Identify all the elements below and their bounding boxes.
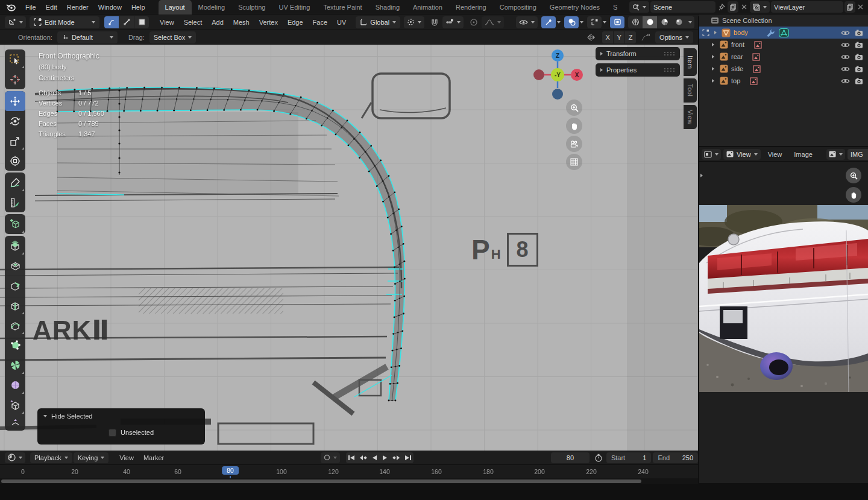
pan-view-button[interactable] [566, 118, 582, 134]
show-gizmo-toggle[interactable] [541, 16, 556, 28]
shading-material-button[interactable] [657, 16, 671, 28]
viewlayer-name-field[interactable]: ViewLayer [771, 1, 843, 13]
menu-file[interactable]: File [20, 4, 41, 11]
disable-render-camera-icon[interactable] [855, 30, 863, 36]
shading-wireframe-button[interactable] [628, 16, 643, 28]
expand-icon[interactable] [712, 79, 714, 83]
outliner-row-top[interactable]: top [699, 75, 868, 87]
image-editor-type-button[interactable] [702, 149, 721, 160]
show-overlays-toggle[interactable] [564, 16, 579, 28]
tool-shrink-fatten[interactable] [5, 415, 25, 431]
tool-cursor[interactable] [5, 69, 25, 89]
menu-mesh[interactable]: Mesh [228, 19, 254, 26]
menu-vertex[interactable]: Vertex [254, 19, 283, 26]
workspace-tab-scripting[interactable]: S [606, 0, 624, 14]
tool-annotate[interactable] [5, 172, 25, 192]
image-name-field[interactable]: IMG [848, 149, 868, 160]
timeline-menu-view[interactable]: View [115, 454, 139, 461]
end-frame-field[interactable]: End 250 [653, 452, 698, 463]
new-scene-button[interactable] [728, 1, 738, 13]
menu-add[interactable]: Add [207, 19, 228, 26]
camera-view-button[interactable] [566, 136, 582, 152]
shading-dropdown[interactable] [686, 21, 694, 24]
perspective-toggle-button[interactable] [566, 154, 582, 170]
mesh-edit-overlays-button[interactable] [587, 16, 602, 28]
image-zoom-button[interactable] [846, 168, 861, 183]
image-pan-button[interactable] [846, 187, 861, 203]
jump-to-end-button[interactable] [402, 452, 414, 463]
menu-select[interactable]: Select [179, 19, 207, 26]
sidebar-tab-item[interactable]: Item [684, 48, 697, 76]
workspace-tab-shading[interactable]: Shading [369, 0, 406, 14]
browse-image-dropdown[interactable] [826, 149, 845, 160]
hide-viewport-eye-icon[interactable] [841, 42, 850, 48]
panel-grip[interactable] [664, 68, 675, 72]
expand-icon[interactable] [712, 55, 714, 59]
edge-select-button[interactable] [119, 16, 134, 28]
menu-face[interactable]: Face [308, 19, 332, 26]
tool-poly-build[interactable] [5, 335, 25, 355]
scene-dropdown[interactable] [629, 1, 649, 13]
snap-projection-icon[interactable] [641, 33, 650, 42]
timeline-editor-type-button[interactable] [5, 452, 25, 463]
tool-extrude-region[interactable] [5, 236, 25, 256]
image-menu-image[interactable]: Image [789, 151, 817, 158]
hide-viewport-eye-icon[interactable] [841, 30, 850, 36]
drag-orientation-dropdown[interactable]: Default [57, 31, 118, 43]
navigation-gizmo[interactable]: Z X -Y [530, 47, 585, 103]
menu-window[interactable]: Window [93, 4, 127, 11]
disable-render-camera-icon[interactable] [855, 42, 863, 48]
tool-select-box[interactable] [5, 49, 25, 69]
sidebar-tab-tool[interactable]: Tool [684, 78, 697, 103]
pin-icon[interactable] [717, 4, 726, 11]
outliner-row-front[interactable]: front [699, 39, 868, 51]
viewport-3d[interactable]: ARKⅡ P H 8 Front Orthographic (80) body … [0, 45, 698, 451]
hide-viewport-eye-icon[interactable] [841, 54, 850, 60]
disable-render-camera-icon[interactable] [855, 66, 863, 72]
tool-rotate[interactable] [5, 111, 25, 131]
tool-bevel[interactable] [5, 276, 25, 296]
menu-uv[interactable]: UV [332, 19, 351, 26]
panel-grip[interactable] [664, 52, 675, 55]
gizmo-x-neg-axis[interactable] [533, 69, 544, 80]
tool-knife[interactable] [5, 315, 25, 335]
vertex-select-button[interactable] [104, 16, 119, 28]
new-viewlayer-button[interactable] [844, 1, 855, 13]
outliner-row-body[interactable]: body [699, 27, 868, 39]
gizmo-z-neg-axis[interactable] [552, 89, 563, 100]
drag-mode-dropdown[interactable]: Select Box [149, 31, 197, 43]
gizmo-dropdown[interactable] [557, 21, 561, 24]
tool-add-cube[interactable] [5, 214, 25, 234]
auto-keying-button[interactable] [321, 452, 340, 463]
next-keyframe-button[interactable] [391, 452, 403, 463]
proportional-falloff-dropdown[interactable] [482, 16, 504, 28]
disable-render-camera-icon[interactable] [855, 78, 863, 84]
shading-rendered-button[interactable] [671, 16, 686, 28]
operator-panel-header[interactable]: Hide Selected [37, 408, 205, 424]
current-frame-field[interactable]: 80 [551, 452, 590, 463]
transform-orientation-dropdown[interactable]: Global [356, 16, 400, 28]
workspace-tab-geometry-nodes[interactable]: Geometry Nodes [543, 0, 606, 14]
menu-render[interactable]: Render [62, 4, 93, 11]
tool-scale[interactable] [5, 131, 25, 151]
snap-settings-dropdown[interactable] [442, 16, 464, 28]
use-preview-range-toggle[interactable] [594, 454, 603, 462]
menu-edge[interactable]: Edge [283, 19, 308, 26]
scene-name-field[interactable]: Scene [650, 1, 715, 13]
disable-render-camera-icon[interactable] [855, 54, 863, 60]
start-frame-field[interactable]: Start 1 [606, 452, 652, 463]
tool-measure[interactable] [5, 192, 25, 212]
workspace-tab-texture-paint[interactable]: Texture Paint [316, 0, 368, 14]
menu-view[interactable]: View [155, 19, 179, 26]
outliner-row-side[interactable]: side [699, 63, 868, 75]
mirror-x-toggle[interactable]: X [602, 31, 613, 43]
mirror-z-toggle[interactable]: Z [625, 31, 636, 43]
play-reverse-button[interactable] [368, 452, 380, 463]
blender-logo-icon[interactable] [6, 3, 16, 11]
shading-solid-button[interactable] [643, 16, 657, 28]
keying-dropdown[interactable]: Keying [74, 452, 109, 463]
timeline-scrollbar-thumb[interactable] [1, 479, 641, 483]
overlays-dropdown[interactable] [580, 21, 583, 24]
outliner-row-rear[interactable]: rear [699, 51, 868, 63]
transform-panel-header[interactable]: Transform [596, 47, 680, 60]
